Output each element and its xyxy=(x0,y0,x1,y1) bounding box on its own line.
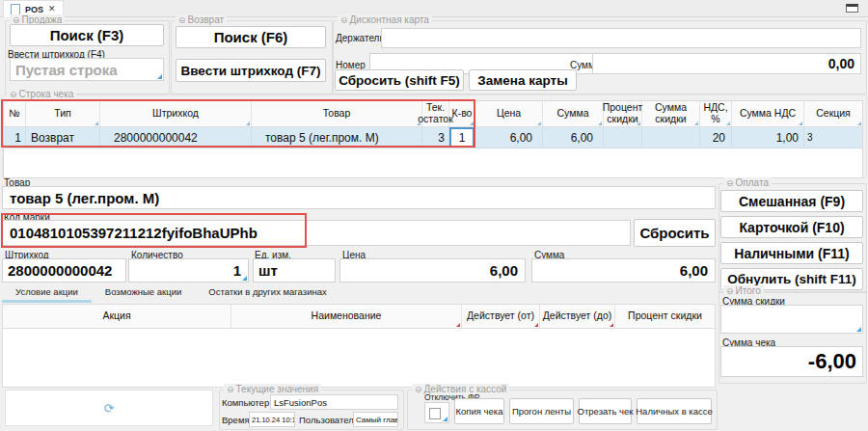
cell-discount-percent[interactable] xyxy=(604,127,642,148)
unit-field[interactable]: шт xyxy=(253,258,336,283)
payment-card-button[interactable]: Карточкой (F10) xyxy=(720,216,863,238)
barcode-field[interactable]: 2800000000042 xyxy=(2,258,126,283)
cell-barcode[interactable]: 2800000000042 xyxy=(100,127,252,148)
cut-receipt-button[interactable]: Отрезать чек xyxy=(579,398,632,424)
cell-vat-sum[interactable]: 1,00 xyxy=(732,127,804,148)
receipt-table: № Тип Штрихкод Товар Тек. остаток К-во Ц… xyxy=(3,100,863,178)
cell-product[interactable]: товар 5 (лег.пром. М) xyxy=(252,127,422,148)
column-header[interactable]: Секция xyxy=(804,101,862,126)
time-label: Время xyxy=(222,416,250,425)
column-header[interactable]: Акция xyxy=(3,305,231,328)
cell-vat[interactable]: 20 xyxy=(700,127,732,148)
column-header[interactable]: Товар xyxy=(252,101,422,126)
payment-group-label: ⊖ Оплата xyxy=(723,177,772,189)
table-empty-area xyxy=(4,148,862,177)
column-header[interactable]: Сумма xyxy=(543,101,604,126)
column-header[interactable]: НДС, % xyxy=(700,101,732,126)
cell-discount-sum[interactable] xyxy=(642,127,700,148)
disable-fr-checkbox-cell[interactable] xyxy=(424,402,449,423)
collapse-icon[interactable]: ⊖ xyxy=(415,384,422,395)
column-header[interactable]: № xyxy=(4,101,26,126)
refund-barcode-button[interactable]: Ввести штрихкод (F7) xyxy=(176,59,326,82)
computer-field[interactable]: LsFusionPos xyxy=(270,394,398,410)
user-label: Пользователь xyxy=(299,416,359,425)
payment-mixed-button[interactable]: Смешанная (F9) xyxy=(720,190,863,212)
column-header[interactable]: Действует (от) xyxy=(462,305,540,328)
focused-cell[interactable]: 1 xyxy=(449,127,475,148)
refund-group-label: ⊖ Возврат xyxy=(176,14,227,26)
cell-price[interactable]: 6,00 xyxy=(475,127,543,148)
table-row[interactable]: 1 Возврат 2800000000042 товар 5 (лег.про… xyxy=(4,127,862,148)
refresh-icon[interactable]: ⟳ xyxy=(6,391,212,425)
product-name-field[interactable]: товар 5 (лег.пром. М) xyxy=(2,186,716,209)
column-header[interactable]: Процент скидки xyxy=(604,101,642,126)
close-icon[interactable]: ✕ xyxy=(48,5,56,13)
quantity-field[interactable]: 1 xyxy=(128,258,249,283)
receipt-table-header: № Тип Штрихкод Товар Тек. остаток К-во Ц… xyxy=(4,101,862,127)
time-field[interactable]: 21.10.24 10:13 xyxy=(249,412,295,427)
promo-table-empty-area xyxy=(3,329,715,387)
tab-other-stores-stock[interactable]: Остатки в других магазинах xyxy=(195,284,339,303)
promo-table-header: Акция Наименование Действует (от) Действ… xyxy=(3,305,715,329)
cell-section[interactable]: 3 xyxy=(804,127,862,148)
pos-window: POS ✕ ⊖ Продажа Поиск (F3) Ввести штрихк… xyxy=(0,0,868,431)
column-header[interactable]: Тип xyxy=(26,101,100,126)
user-field[interactable]: Самый главны.. xyxy=(353,412,398,427)
cell-sum[interactable]: 6,00 xyxy=(543,127,604,148)
sale-search-button[interactable]: Поиск (F3) xyxy=(10,24,164,46)
mark-code-input[interactable]: 0104810105397211212fyifoBhaUPhb xyxy=(2,220,631,246)
card-reset-button[interactable]: Сбросить (shift F5) xyxy=(335,69,464,91)
column-header[interactable]: К-во xyxy=(449,101,475,126)
column-header[interactable]: Сумма скидки xyxy=(642,101,700,126)
tab-promo-conditions[interactable]: Условие акции xyxy=(2,284,92,303)
collapse-icon[interactable]: ⊖ xyxy=(227,384,234,395)
collapse-icon[interactable]: ⊖ xyxy=(10,89,17,100)
sale-barcode-placeholder: Пустая строка xyxy=(15,62,118,78)
column-header[interactable]: Сумма НДС xyxy=(732,101,804,126)
card-holder-label: Держатель xyxy=(336,33,385,43)
column-header[interactable]: Тек. остаток xyxy=(422,101,449,126)
receipt-line-group-label: ⊖ Строка чека xyxy=(7,89,76,100)
column-header[interactable]: Действует (до) xyxy=(540,305,615,328)
cell-qty[interactable]: 1 xyxy=(449,127,475,148)
tape-feed-button[interactable]: Прогон ленты xyxy=(509,398,574,424)
computer-label: Компьютер xyxy=(222,398,269,408)
collapse-icon[interactable]: ⊖ xyxy=(726,177,734,189)
refund-search-button[interactable]: Поиск (F6) xyxy=(176,26,326,48)
sale-barcode-input[interactable]: Пустая строка xyxy=(10,58,164,81)
column-header[interactable]: Наименование xyxy=(231,305,462,328)
collapse-icon[interactable]: ⊖ xyxy=(178,14,186,26)
discount-card-group-label: ⊖ Дисконтная карта xyxy=(338,14,432,26)
price-field[interactable]: 6,00 xyxy=(339,258,526,283)
checkbox-icon[interactable] xyxy=(429,408,441,419)
refresh-panel: ⟳ xyxy=(5,390,213,426)
tab-title: POS xyxy=(25,5,43,14)
tab-possible-promos[interactable]: Возможные акции xyxy=(92,284,195,303)
payment-cash-button[interactable]: Наличными (F11) xyxy=(720,242,863,264)
sum-field[interactable]: 6,00 xyxy=(531,258,716,283)
card-sum-field[interactable]: 0,00 xyxy=(592,53,861,74)
receipt-sum-field[interactable]: -6,00 xyxy=(720,346,863,377)
promo-table: Акция Наименование Действует (от) Действ… xyxy=(2,304,716,388)
card-replace-button[interactable]: Замена карты xyxy=(469,69,577,91)
card-holder-input[interactable] xyxy=(381,28,861,48)
receipt-copy-button[interactable]: Копия чека xyxy=(454,398,504,424)
cash-in-drawer-button[interactable]: Наличных в кассе xyxy=(637,398,712,424)
window-restore-icon[interactable] xyxy=(846,4,858,13)
column-header[interactable]: Цена xyxy=(475,101,543,126)
discount-sum-field[interactable] xyxy=(720,305,863,334)
cell-type[interactable]: Возврат xyxy=(26,127,100,148)
mark-reset-button[interactable]: Сбросить xyxy=(634,219,716,247)
column-header[interactable]: Процент скидки xyxy=(615,305,715,328)
cell-stock[interactable]: 3 xyxy=(422,127,449,148)
tab-bar: POS ✕ xyxy=(0,0,868,17)
cell-num[interactable]: 1 xyxy=(4,127,26,148)
promo-tabs: Условие акции Возможные акции Остатки в … xyxy=(2,285,340,303)
column-header[interactable]: Штрихкод xyxy=(100,101,252,126)
collapse-icon[interactable]: ⊖ xyxy=(340,14,348,26)
document-icon xyxy=(11,4,20,15)
